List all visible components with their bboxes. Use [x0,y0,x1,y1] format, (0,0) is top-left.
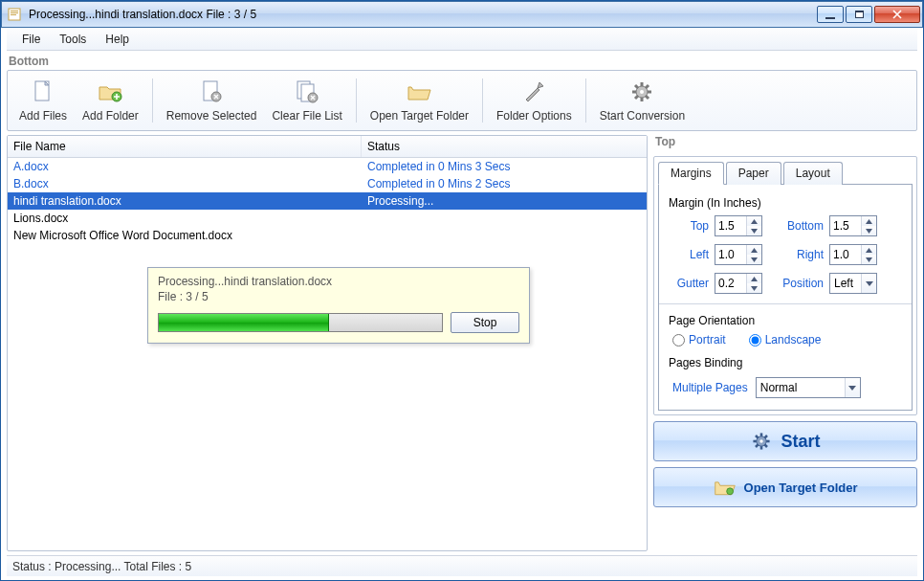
spin-up-icon[interactable] [747,216,761,226]
progress-bar-fill [159,314,329,331]
svg-line-29 [765,436,768,438]
spin-down-icon[interactable] [862,226,876,235]
window-title: Processing...hindi translation.docx File… [29,8,817,21]
tools-icon [518,77,549,107]
titlebar[interactable]: Processing...hindi translation.docx File… [1,1,923,28]
app-window: Processing...hindi translation.docx File… [0,0,924,581]
svg-line-27 [756,436,759,438]
table-row[interactable]: B.docxCompleted in 0 Mins 2 Secs [8,175,647,192]
table-row[interactable]: Lions.docx [8,210,647,227]
file-list-panel: File Name Status A.docxCompleted in 0 Mi… [7,135,648,551]
toolbar-panel: Add Files Add Folder Remove Selected Cle… [7,70,917,131]
margin-left-label: Left [669,248,715,261]
status-text: Status : Processing... Total Files : 5 [12,560,191,573]
chevron-down-icon[interactable] [845,378,860,397]
spin-down-icon[interactable] [747,226,761,235]
column-status[interactable]: Status [362,136,647,157]
spin-down-icon[interactable] [747,283,761,293]
menu-file[interactable]: File [14,30,48,49]
toolbar-separator [585,78,586,123]
spin-down-icon[interactable] [747,255,761,264]
margin-bottom-label: Bottom [770,219,829,233]
menu-help[interactable]: Help [98,30,137,49]
column-file-name[interactable]: File Name [8,136,362,157]
margin-position-dropdown[interactable]: Left [829,273,877,294]
spin-up-icon[interactable] [862,216,876,226]
spin-up-icon[interactable] [862,245,876,255]
svg-line-17 [635,85,638,88]
menubar: File Tools Help [7,28,917,51]
gear-icon [750,430,773,453]
top-panel-label: Top [653,135,917,150]
remove-selected-button[interactable]: Remove Selected [159,75,265,124]
svg-rect-1 [11,11,18,11]
svg-line-18 [646,96,649,99]
grid-body[interactable]: A.docxCompleted in 0 Mins 3 Secs B.docxC… [8,158,647,550]
svg-line-28 [765,444,768,447]
spin-down-icon[interactable] [862,255,876,264]
menu-tools[interactable]: Tools [52,30,94,49]
table-row[interactable]: New Microsoft Office Word Document.docx [8,227,647,244]
start-button[interactable]: Start [653,421,917,461]
spin-up-icon[interactable] [747,245,761,255]
start-conversion-button[interactable]: Start Conversion [592,75,693,124]
folder-add-icon [95,77,125,107]
margin-left-spinner[interactable] [715,244,762,265]
toolbar-separator [356,78,357,123]
svg-line-20 [635,96,638,99]
open-target-toolbar-button[interactable]: Open Target Folder [363,75,476,124]
chevron-down-icon[interactable] [861,274,876,293]
margin-top-label: Top [669,219,715,233]
orientation-portrait-radio[interactable]: Portrait [672,333,726,346]
app-icon [8,7,23,22]
folder-open-icon [714,478,737,497]
margin-right-label: Right [770,248,829,261]
svg-point-12 [640,90,644,94]
spin-up-icon[interactable] [747,274,761,283]
table-row[interactable]: A.docxCompleted in 0 Mins 3 Secs [8,158,647,175]
progress-text-line1: Processing...hindi translation.docx [158,274,519,289]
svg-rect-2 [11,12,18,13]
toolbar-separator [152,78,153,123]
tab-body-margins: Margin (In Inches) Top Bottom Left Right… [658,184,913,411]
margin-gutter-label: Gutter [669,277,715,290]
add-files-button[interactable]: Add Files [11,75,75,124]
progress-bar [158,313,443,332]
open-target-folder-button[interactable]: Open Target Folder [653,467,917,507]
multiple-pages-label: Multiple Pages [672,381,748,394]
settings-panel: Margins Paper Layout Margin (In Inches) … [653,156,917,415]
clear-list-icon [292,77,322,107]
stop-button[interactable]: Stop [451,312,519,333]
maximize-button[interactable] [846,6,872,23]
progress-text-line2: File : 3 / 5 [158,289,519,304]
svg-line-19 [646,85,649,88]
add-folder-button[interactable]: Add Folder [75,75,146,124]
multiple-pages-dropdown[interactable]: Normal [756,377,861,398]
gear-icon [627,77,657,107]
folder-options-button[interactable]: Folder Options [489,75,580,124]
tabs: Margins Paper Layout [658,161,913,184]
close-button[interactable] [874,6,920,23]
tab-paper[interactable]: Paper [726,162,781,185]
minimize-button[interactable] [817,6,844,23]
svg-point-31 [726,488,733,495]
file-remove-icon [196,77,227,107]
toolbar-separator [482,78,483,123]
margin-bottom-spinner[interactable] [829,215,877,236]
margin-gutter-spinner[interactable] [715,273,762,294]
svg-rect-3 [11,14,16,15]
statusbar: Status : Processing... Total Files : 5 [7,555,917,576]
orientation-landscape-radio[interactable]: Landscape [749,333,822,346]
table-row-selected[interactable]: hindi translation.docxProcessing... [8,192,647,210]
tab-layout[interactable]: Layout [783,162,843,185]
clear-list-button[interactable]: Clear File List [264,75,349,124]
margin-top-spinner[interactable] [715,215,762,236]
separator [659,303,912,304]
tab-margins[interactable]: Margins [658,162,724,185]
svg-line-30 [756,444,759,447]
svg-point-22 [760,439,763,442]
folder-open-icon [404,77,434,107]
file-add-icon [28,77,58,107]
progress-dialog: Processing...hindi translation.docx File… [147,267,530,344]
margin-right-spinner[interactable] [829,244,877,265]
